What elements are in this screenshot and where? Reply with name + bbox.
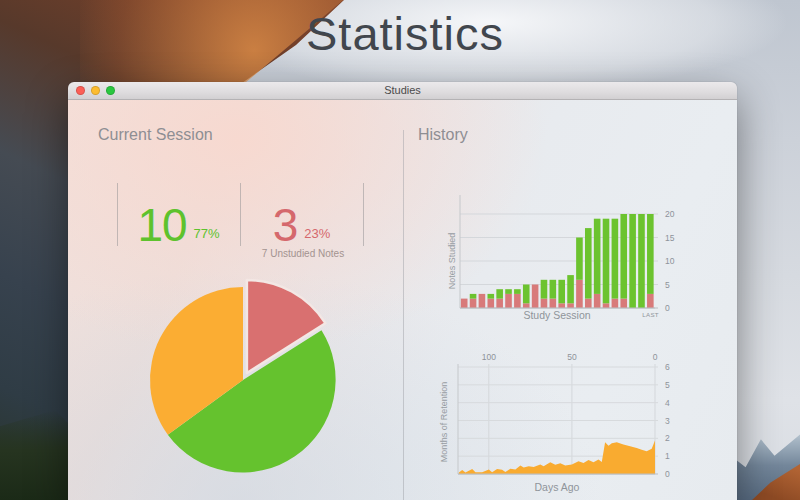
zoom-button[interactable] [106, 86, 115, 95]
window-title: Studies [68, 82, 737, 99]
studied-stat: 10 77% [117, 180, 240, 246]
svg-text:15: 15 [665, 233, 675, 243]
svg-text:20: 20 [665, 209, 675, 219]
close-button[interactable] [76, 86, 85, 95]
session-pie-chart [133, 277, 353, 483]
unstudied-count: 3 [273, 204, 298, 246]
studied-count: 10 [137, 204, 186, 246]
current-session-header: Current Session [98, 126, 213, 144]
unstudied-stat: 3 23% [240, 180, 363, 246]
svg-text:10: 10 [665, 256, 675, 266]
studies-window: Studies Current Session History 10 77% 3… [68, 82, 737, 500]
stat-divider [363, 183, 364, 246]
traffic-lights [76, 86, 115, 95]
area-chart-x-axis-label: Days Ago [457, 481, 657, 493]
svg-text:0: 0 [665, 469, 670, 479]
notes-studied-chart: 05101520LAST Notes Studied Study Session [430, 178, 730, 328]
area-chart-y-axis-label: Months of Retention [439, 367, 451, 477]
window-content: Current Session History 10 77% 3 23% 7 U… [68, 100, 737, 500]
svg-text:100: 100 [482, 352, 496, 362]
svg-text:0: 0 [665, 303, 670, 313]
studied-percent: 77% [194, 226, 220, 241]
svg-text:5: 5 [665, 380, 670, 390]
unstudied-percent: 23% [304, 226, 330, 241]
svg-text:2: 2 [665, 433, 670, 443]
page-title: Statistics [0, 6, 800, 61]
window-titlebar[interactable]: Studies [68, 82, 737, 100]
minimize-button[interactable] [91, 86, 100, 95]
bar-chart-y-axis-label: Notes Studied [447, 206, 459, 316]
svg-text:50: 50 [567, 352, 577, 362]
svg-text:1: 1 [665, 451, 670, 461]
svg-text:3: 3 [665, 416, 670, 426]
bar-chart-x-axis-label: Study Session [457, 309, 657, 321]
panel-divider [403, 130, 404, 500]
retention-chart: 1005000123456 Months of Retention Days A… [430, 348, 730, 500]
svg-text:4: 4 [665, 398, 670, 408]
svg-text:5: 5 [665, 280, 670, 290]
unstudied-notes-label: 7 Unstudied Notes [240, 248, 366, 259]
svg-text:6: 6 [665, 362, 670, 372]
history-header: History [418, 126, 468, 144]
svg-text:0: 0 [653, 352, 658, 362]
